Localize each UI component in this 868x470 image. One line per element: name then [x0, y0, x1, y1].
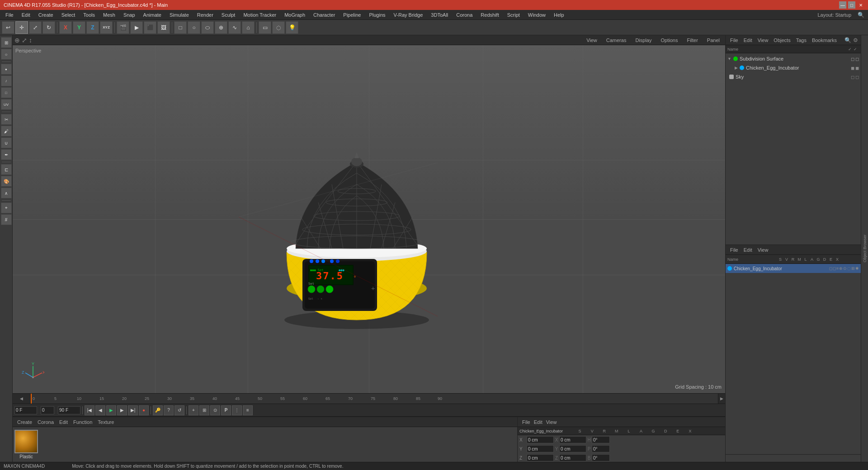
coord-y-rot[interactable]: [559, 445, 586, 452]
end-frame-input[interactable]: [58, 406, 80, 414]
obj-menu-bookmarks[interactable]: Bookmarks: [810, 38, 839, 43]
step-back-button[interactable]: ◀: [95, 405, 105, 415]
tool-light[interactable]: 💡: [286, 21, 298, 34]
lt-grid[interactable]: #: [1, 214, 12, 225]
attr-menu-file[interactable]: File: [728, 247, 740, 253]
lt-spline-pen[interactable]: ✒: [1, 149, 12, 160]
obj-ss-vis2[interactable]: ◻: [855, 56, 859, 61]
timeline-scroll-right[interactable]: ▶: [718, 394, 725, 404]
coord-y-pos[interactable]: [527, 445, 554, 452]
minimize-button[interactable]: —: [839, 1, 846, 9]
attr-icon-6[interactable]: ◌: [847, 266, 851, 271]
mat-menu-edit[interactable]: Edit: [57, 419, 70, 425]
lt-polygons[interactable]: □: [1, 87, 12, 98]
obj-cei-expand[interactable]: ▶: [735, 66, 738, 70]
material-thumbnail[interactable]: [14, 430, 38, 453]
timeline-record-all[interactable]: ⊞: [199, 405, 209, 415]
menu-vray-bridge[interactable]: V-Ray Bridge: [390, 11, 427, 19]
tool-x[interactable]: X: [59, 21, 72, 34]
lt-knife[interactable]: ✂: [1, 114, 12, 125]
maximize-button[interactable]: □: [848, 1, 855, 9]
menu-plugins[interactable]: Plugins: [365, 11, 389, 19]
obj-menu-edit[interactable]: Edit: [742, 38, 754, 43]
tool-cylinder[interactable]: ⬭: [201, 21, 214, 34]
lt-uv-mode[interactable]: UV: [1, 99, 12, 110]
vp-tab-filter[interactable]: Filter: [683, 37, 701, 44]
menu-corona[interactable]: Corona: [453, 11, 476, 19]
tool-render-view[interactable]: ▶: [130, 21, 143, 34]
attr-menu-view[interactable]: View: [756, 247, 770, 253]
timeline-settings[interactable]: ≡: [243, 405, 253, 415]
menu-simulate[interactable]: Simulate: [166, 11, 193, 19]
tool-render-all[interactable]: ⬛: [144, 21, 156, 34]
coord-menu-view[interactable]: View: [544, 419, 559, 425]
vp-tab-panel[interactable]: Panel: [703, 37, 723, 44]
timeline-ruler[interactable]: ◀ 0 5 10 15 20 25 30 35 40 45 50 55 60 6…: [13, 393, 725, 404]
timeline-bar[interactable]: 0 5 10 15 20 25 30 35 40 45 50 55 60 65 …: [31, 394, 718, 404]
vp-tab-view[interactable]: View: [583, 37, 601, 44]
coord-x-pos[interactable]: [527, 436, 554, 443]
coord-x-rot[interactable]: [559, 436, 586, 443]
menu-select[interactable]: Select: [58, 11, 79, 19]
obj-sky-vis2[interactable]: ◻: [855, 75, 859, 80]
attr-icon-3[interactable]: ≡: [836, 266, 839, 271]
lt-move-model[interactable]: ⊞: [1, 37, 12, 48]
obj-menu-view[interactable]: View: [756, 38, 770, 43]
side-browser-tab[interactable]: Object Browser: [861, 233, 868, 264]
obj-menu-objects[interactable]: Objects: [772, 38, 792, 43]
tool-scale[interactable]: ⤢: [29, 21, 42, 34]
tool-picture-viewer[interactable]: 🖼: [157, 21, 170, 34]
tool-deformer[interactable]: ⌂: [242, 21, 255, 34]
menu-edit[interactable]: Edit: [18, 11, 34, 19]
lt-points[interactable]: ●: [1, 64, 12, 75]
coord-z-rot[interactable]: [559, 454, 586, 461]
menu-motion-tracker[interactable]: Motion Tracker: [240, 11, 280, 19]
goto-end-button[interactable]: ▶|: [128, 405, 138, 415]
obj-settings-icon[interactable]: ⚙: [853, 37, 858, 43]
attr-icon-4[interactable]: ⊕: [839, 266, 843, 271]
tool-rotate[interactable]: ↻: [42, 21, 55, 34]
obj-cei-vis2[interactable]: ◼: [855, 66, 859, 70]
attr-icon-7[interactable]: ⊞: [851, 266, 855, 271]
menu-window[interactable]: Window: [524, 11, 549, 19]
menu-snap[interactable]: Snap: [120, 11, 139, 19]
attr-menu-edit[interactable]: Edit: [742, 247, 754, 253]
material-plastic[interactable]: Plastic: [14, 430, 38, 459]
tool-xyz[interactable]: XYZ: [100, 21, 113, 34]
menu-animate[interactable]: Animate: [140, 11, 165, 19]
obj-subdivision-surface[interactable]: ▼ Subdivision Surface ◻ ◻: [726, 54, 861, 63]
obj-menu-tags[interactable]: Tags: [794, 38, 808, 43]
mat-menu-function[interactable]: Function: [71, 419, 94, 425]
tool-y[interactable]: Y: [73, 21, 85, 34]
menu-redshift[interactable]: Redshift: [477, 11, 502, 19]
menu-3dtoall[interactable]: 3DToAll: [427, 11, 452, 19]
tool-spline[interactable]: ∿: [228, 21, 241, 34]
menu-sculpt[interactable]: Sculpt: [218, 11, 239, 19]
window-controls[interactable]: — □ ✕: [839, 1, 864, 9]
menu-mograph[interactable]: MoGraph: [281, 11, 309, 19]
coord-menu-file[interactable]: File: [520, 419, 532, 425]
menu-render[interactable]: Render: [193, 11, 217, 19]
obj-cei-vis1[interactable]: ◼: [851, 66, 854, 70]
attr-icon-8[interactable]: ✱: [855, 266, 859, 271]
mat-menu-corona[interactable]: Corona: [36, 419, 56, 425]
menu-tools[interactable]: Tools: [80, 11, 99, 19]
record-button[interactable]: ●: [139, 405, 149, 415]
tool-render-region[interactable]: 🎬: [117, 21, 129, 34]
coord-p-val[interactable]: [592, 445, 610, 452]
menu-create[interactable]: Create: [35, 11, 57, 19]
coord-z-pos[interactable]: [527, 454, 554, 461]
auto-key-button[interactable]: 🔑: [153, 405, 163, 415]
close-button[interactable]: ✕: [857, 1, 864, 9]
obj-menu-file[interactable]: File: [728, 38, 740, 43]
timeline-record-circle[interactable]: ⊙: [210, 405, 220, 415]
vp-tab-options[interactable]: Options: [657, 37, 681, 44]
lt-selection-live[interactable]: ⊏: [1, 164, 12, 175]
lt-sculpt[interactable]: ∧: [1, 188, 12, 198]
step-forward-button[interactable]: ▶: [117, 405, 127, 415]
tool-cube[interactable]: □: [174, 21, 187, 34]
timeline-p-btn[interactable]: P: [221, 405, 231, 415]
tool-z[interactable]: Z: [86, 21, 99, 34]
lt-brush[interactable]: 🖌: [1, 126, 12, 136]
obj-ss-vis1[interactable]: ◻: [851, 56, 854, 61]
